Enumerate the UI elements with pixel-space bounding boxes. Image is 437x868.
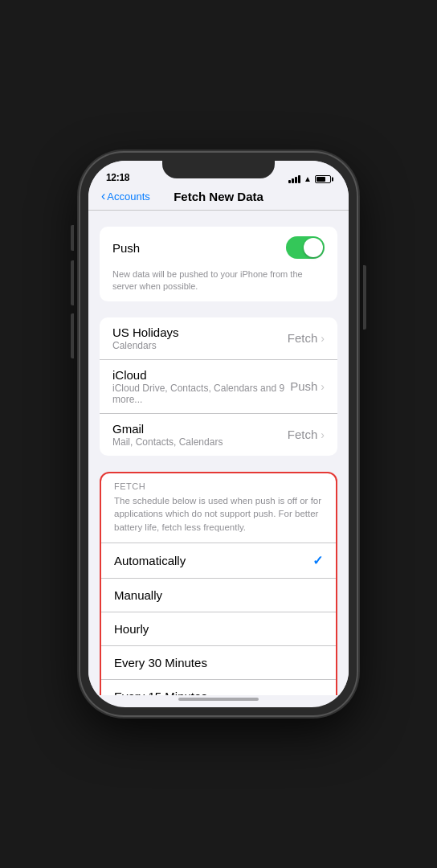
volume-down-button[interactable] — [71, 313, 74, 358]
wifi-icon: ▲ — [304, 174, 312, 183]
fetch-header-label: FETCH — [101, 473, 336, 494]
fetch-description: The schedule below is used when push is … — [101, 494, 336, 542]
account-row-1-chevron-icon: › — [321, 380, 325, 393]
phone-frame: 12:18 ▲ ‹ Accounts Fetch New Data — [80, 153, 357, 715]
navigation-bar: ‹ Accounts Fetch New Data — [88, 186, 349, 211]
account-row-1[interactable]: iCloud iCloud Drive, Contacts, Calendars… — [100, 360, 337, 414]
account-row-2-left: Gmail Mail, Contacts, Calendars — [112, 422, 223, 448]
page-title: Fetch New Data — [157, 190, 280, 203]
push-card: Push New data will be pushed to your iPh… — [100, 227, 337, 301]
account-row-2-status: Fetch — [288, 428, 318, 441]
status-icons: ▲ — [288, 174, 331, 183]
account-row-2-title: Gmail — [112, 422, 223, 436]
signal-bar-2 — [292, 178, 294, 183]
accounts-list: US Holidays Calendars Fetch › iCloud iCl… — [100, 317, 337, 456]
account-row-2-right: Fetch › — [288, 428, 325, 441]
back-button[interactable]: ‹ Accounts — [101, 190, 157, 203]
account-row-0-left: US Holidays Calendars — [112, 326, 179, 351]
power-button[interactable] — [363, 265, 366, 330]
push-description: New data will be pushed to your iPhone f… — [100, 268, 337, 301]
signal-bar-4 — [298, 175, 300, 183]
account-row-1-subtitle: iCloud Drive, Contacts, Calendars and 9 … — [112, 383, 290, 405]
fetch-section: FETCH The schedule below is used when pu… — [100, 472, 337, 695]
signal-bar-1 — [288, 180, 291, 183]
toggle-knob — [304, 238, 323, 257]
status-time: 12:18 — [106, 172, 129, 183]
push-row: Push — [100, 227, 337, 268]
battery-icon — [315, 175, 331, 183]
account-row-0-chevron-icon: › — [321, 332, 325, 345]
home-indicator[interactable] — [178, 698, 259, 701]
fetch-option-automatically-checkmark: ✓ — [312, 553, 323, 568]
fetch-option-manually[interactable]: Manually — [101, 579, 336, 612]
fetch-option-hourly[interactable]: Hourly — [101, 612, 336, 646]
signal-bars-icon — [288, 175, 300, 183]
account-row-2[interactable]: Gmail Mail, Contacts, Calendars Fetch › — [100, 414, 337, 456]
back-label: Accounts — [107, 190, 149, 203]
content-area: Push New data will be pushed to your iPh… — [88, 211, 349, 695]
account-row-0-status: Fetch — [288, 331, 318, 345]
fetch-option-30min[interactable]: Every 30 Minutes — [101, 646, 336, 680]
push-label: Push — [112, 241, 140, 255]
account-row-0[interactable]: US Holidays Calendars Fetch › — [100, 317, 337, 360]
account-row-1-title: iCloud — [112, 368, 290, 382]
fetch-option-automatically-label: Automatically — [114, 554, 186, 567]
fetch-option-hourly-label: Hourly — [114, 622, 149, 636]
account-row-1-status: Push — [290, 379, 317, 393]
fetch-options-list: Automatically ✓ Manually Hourly Every 30… — [101, 542, 336, 695]
fetch-option-30min-label: Every 30 Minutes — [114, 656, 207, 669]
account-row-0-subtitle: Calendars — [112, 340, 179, 351]
fetch-option-automatically[interactable]: Automatically ✓ — [101, 543, 336, 579]
fetch-option-15min-label: Every 15 Minutes — [114, 690, 207, 695]
account-row-0-title: US Holidays — [112, 326, 179, 339]
fetch-option-manually-label: Manually — [114, 588, 162, 602]
mute-button[interactable] — [71, 225, 74, 251]
volume-up-button[interactable] — [71, 260, 74, 305]
account-row-1-right: Push › — [290, 379, 325, 393]
account-row-0-right: Fetch › — [288, 331, 325, 345]
back-chevron-icon: ‹ — [101, 190, 105, 203]
account-row-2-subtitle: Mail, Contacts, Calendars — [112, 436, 223, 448]
signal-bar-3 — [295, 177, 297, 183]
account-row-1-left: iCloud iCloud Drive, Contacts, Calendars… — [112, 368, 290, 405]
account-row-2-chevron-icon: › — [321, 428, 325, 441]
fetch-option-15min[interactable]: Every 15 Minutes — [101, 680, 336, 695]
battery-fill — [317, 177, 325, 182]
notch — [162, 161, 275, 178]
push-toggle[interactable] — [286, 236, 325, 259]
phone-screen: 12:18 ▲ ‹ Accounts Fetch New Data — [88, 161, 349, 707]
